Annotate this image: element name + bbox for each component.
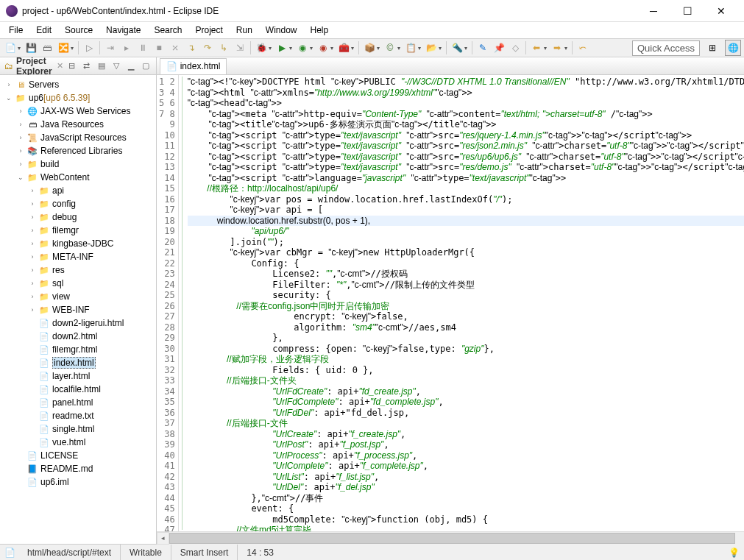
fold-bar[interactable] [179, 75, 188, 531]
tree-item[interactable]: 📄readme.txt [0, 409, 156, 422]
debug-detach-icon[interactable]: ⤫ [168, 40, 183, 55]
view-close-icon[interactable]: ✕ [57, 61, 63, 71]
menu-source[interactable]: Source [59, 24, 99, 37]
new-type-icon[interactable]: 📋 [403, 40, 418, 55]
tree-item[interactable]: 📄single.html [0, 422, 156, 436]
scroll-left-icon[interactable]: ◂ [157, 532, 169, 545]
tree-item[interactable]: 📘README.md [0, 462, 156, 475]
tree-item[interactable]: ⌄📁up6 [up6 6.5.39] [0, 91, 156, 104]
annot-icon[interactable]: ◇ [508, 40, 522, 55]
save-all-icon[interactable]: 🗃 [40, 40, 54, 55]
debug-step-icon[interactable]: ⇥ [103, 40, 118, 55]
tree-item[interactable]: ›📁sql [0, 277, 156, 290]
focus-icon[interactable]: ▤ [96, 60, 107, 72]
twisty-icon[interactable]: › [26, 251, 38, 263]
tree-item[interactable]: ›📁config [0, 197, 156, 210]
run-server-icon[interactable]: ◉ [316, 40, 330, 55]
twisty-icon[interactable]: › [26, 224, 38, 236]
debug-into-icon[interactable]: ↴ [184, 40, 199, 55]
tree-item[interactable]: 📄localfile.html [0, 383, 156, 396]
menu-file[interactable]: File [3, 24, 29, 37]
tree-item[interactable]: ›📁debug [0, 210, 156, 224]
maximize-view-icon[interactable]: ▢ [140, 60, 152, 72]
menu-window[interactable]: Window [260, 24, 303, 37]
bug-icon[interactable]: 🐞 [254, 40, 269, 55]
twisty-icon[interactable]: › [26, 277, 38, 289]
editor-tab-index[interactable]: 📄 index.html [160, 58, 227, 74]
tree-item[interactable]: ›📁res [0, 263, 156, 277]
tree-item[interactable]: ›📁build [0, 157, 156, 171]
tree-item[interactable]: 📄down2.html [0, 330, 156, 343]
twisty-icon[interactable]: › [26, 291, 38, 302]
close-button[interactable]: ✕ [704, 0, 738, 22]
tree-item[interactable]: 📄LICENSE [0, 449, 156, 462]
debug-over-icon[interactable]: ↷ [200, 40, 215, 55]
menu-run[interactable]: Run [230, 24, 258, 37]
new-icon[interactable]: 📄 [3, 40, 18, 55]
tree-item[interactable]: ⌄📁WebContent [0, 171, 156, 184]
open-perspective-button[interactable]: ⊞ [704, 40, 720, 56]
debug-resume-icon[interactable]: ▸ [119, 40, 134, 55]
tree-item[interactable]: ›📁view [0, 290, 156, 303]
twisty-icon[interactable]: › [15, 132, 26, 143]
tree-item[interactable]: ›📁filemgr [0, 224, 156, 237]
ext-tools-icon[interactable]: 🧰 [336, 40, 351, 55]
tree-item[interactable]: ›📁kingbase-JDBC [0, 237, 156, 250]
debug-stop-icon[interactable]: ■ [152, 40, 166, 55]
java-ee-perspective-button[interactable]: 🌐 [725, 40, 741, 56]
tip-icon[interactable]: 💡 [729, 547, 740, 558]
tree-item[interactable]: 📄layer.html [0, 369, 156, 383]
project-tree[interactable]: ›🖥Servers⌄📁up6 [up6 6.5.39]›🌐JAX-WS Web … [0, 75, 156, 544]
debug-ret-icon[interactable]: ⇲ [233, 40, 247, 55]
link-editor-icon[interactable]: ⇄ [81, 60, 93, 72]
minimize-button[interactable]: ─ [637, 0, 670, 22]
twisty-icon[interactable]: ⌄ [3, 92, 15, 104]
twisty-icon[interactable]: › [26, 185, 38, 196]
tree-item[interactable]: ›🖥Servers [0, 78, 156, 91]
tree-item[interactable]: 📄panel.html [0, 396, 156, 409]
view-menu-icon[interactable]: ▽ [110, 60, 122, 72]
tree-item[interactable]: 📄up6.iml [0, 475, 156, 489]
tree-item[interactable]: ›📁META-INF [0, 250, 156, 263]
debug-out-icon[interactable]: ↳ [216, 40, 231, 55]
back-icon[interactable]: ⬅ [529, 40, 544, 55]
tree-item[interactable]: 📄down2-ligerui.html [0, 316, 156, 330]
tree-item[interactable]: ›📚Referenced Libraries [0, 144, 156, 157]
quick-access[interactable]: Quick Access [632, 40, 700, 56]
open-type-icon[interactable]: 📂 [424, 40, 439, 55]
menu-navigate[interactable]: Navigate [100, 24, 146, 37]
tree-item[interactable]: ›📁WEB-INF [0, 303, 156, 316]
twisty-icon[interactable]: › [15, 145, 26, 157]
twisty-icon[interactable]: › [3, 79, 15, 91]
pin-icon[interactable]: 📌 [492, 40, 506, 55]
horizontal-scrollbar[interactable]: ◂ ▸ [157, 531, 744, 544]
debug-pause-icon[interactable]: ⏸ [135, 40, 150, 55]
tree-item[interactable]: ›📁api [0, 184, 156, 197]
twisty-icon[interactable]: › [26, 211, 38, 223]
twisty-icon[interactable]: › [26, 198, 38, 210]
tree-item[interactable]: ›📜JavaScript Resources [0, 131, 156, 144]
tree-item[interactable]: ›🗃Java Resources [0, 118, 156, 131]
forward-icon[interactable]: ➡ [550, 40, 564, 55]
twisty-icon[interactable]: › [26, 238, 38, 249]
tree-item[interactable]: 📄vue.html [0, 436, 156, 449]
switch-icon[interactable]: 🔀 [56, 40, 71, 55]
toggle-mark-icon[interactable]: ✎ [475, 40, 490, 55]
line-gutter[interactable]: 1 2 3 4 5 6 7 8 9 10 11 12 13 14 15 16 1… [157, 75, 179, 531]
twisty-icon[interactable]: › [26, 304, 38, 316]
tree-item[interactable]: 📄filemgr.html [0, 343, 156, 356]
menu-search[interactable]: Search [148, 24, 188, 37]
new-class-icon[interactable]: © [383, 40, 397, 55]
new-pkg-icon[interactable]: 📦 [362, 40, 377, 55]
menu-project[interactable]: Project [189, 24, 228, 37]
twisty-icon[interactable]: › [15, 158, 26, 170]
twisty-icon[interactable]: › [26, 264, 38, 276]
tree-item[interactable]: 📄index.html [0, 356, 156, 369]
coverage-icon[interactable]: ◉ [295, 40, 310, 55]
menu-edit[interactable]: Edit [30, 24, 57, 37]
cut-icon[interactable]: ▷ [82, 40, 96, 55]
collapse-all-icon[interactable]: ⊟ [66, 60, 78, 72]
last-edit-icon[interactable]: ⤺ [575, 40, 590, 55]
tree-item[interactable]: ›🌐JAX-WS Web Services [0, 104, 156, 118]
twisty-icon[interactable]: › [15, 118, 26, 130]
